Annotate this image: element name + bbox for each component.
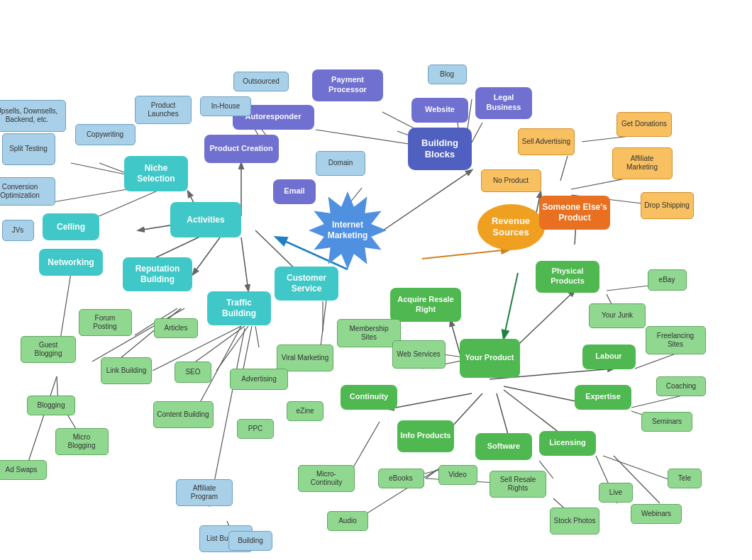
svg-line-37 [388,393,472,409]
concept-map: Internet MarketingActivitiesBuilding Blo… [0,11,752,542]
svg-line-1 [383,170,472,230]
node-link-building: Link Building [101,357,152,384]
node-celling: Celling [43,213,99,240]
node-networking: Networking [39,249,103,276]
node-copywriting: Copywriting [75,124,136,145]
node-ebooks: eBooks [378,469,424,488]
node-domain: Domain [316,151,365,176]
node-product-launches: Product Launches [135,96,192,124]
node-webinars: Webinars [631,504,682,524]
node-outsourced: Outsourced [233,72,289,91]
node-affiliate-program: Affiliate Program [176,479,233,506]
node-sell-resale-rights: Sell Resale Rights [490,471,546,498]
node-web-services: Web Services [392,340,446,369]
svg-line-42 [631,396,682,408]
node-ad-swaps: Ad Swaps [0,460,47,480]
node-website: Website [411,98,468,123]
node-ebay: eBay [648,269,687,291]
node-upsells: Upsells, Downsells, Backend, etc. [0,100,66,132]
svg-line-13 [193,237,220,274]
node-email: Email [273,179,316,204]
node-micro-continuity: Micro- Continuity [298,465,355,492]
page-title [0,0,752,7]
node-in-house: In-House [200,96,251,116]
node-internet-marketing: Internet Marketing [309,191,387,269]
node-legal-business: Legal Business [475,87,532,119]
node-blog: Blog [428,65,467,84]
node-physical-products: Physical Products [536,261,599,293]
node-blogging: Blogging [27,396,75,415]
node-content-building: Content Building [153,401,214,428]
svg-line-3 [504,273,518,338]
node-customer-service: Customer Service [275,267,338,301]
node-reputation-building: Reputation Building [123,257,192,291]
node-live: Live [599,483,633,503]
node-coaching: Coaching [656,376,706,396]
node-licensing: Licensing [539,431,596,456]
node-drop-shipping: Drop Shipping [641,192,694,219]
node-ppc: PPC [237,419,274,439]
node-continuity: Continuity [341,385,397,410]
node-sell-advertising: Sell Advertising [518,128,575,155]
node-expertise: Expertise [575,385,631,410]
svg-line-58 [216,326,248,371]
node-activities: Activities [170,202,241,237]
node-no-product: No Product [481,169,541,192]
node-guest-blogging: Guest Blogging [21,336,76,363]
node-tele: Tele [668,469,702,488]
node-info-products: Info Products [397,420,454,452]
svg-line-56 [255,326,259,347]
node-advertising: Advertising [230,369,288,390]
node-freelancing-sites: Freelancing Sites [646,326,706,354]
svg-line-14 [241,237,248,291]
node-affiliate-marketing: Affiliate Marketing [612,147,673,179]
node-seminars: Seminars [641,412,692,432]
node-articles: Articles [154,318,198,338]
svg-line-6 [560,156,568,181]
node-ezine: eZine [287,401,324,421]
node-split-testing: Split Testing [2,133,55,165]
node-niche-selection: Niche Selection [124,156,188,191]
node-video: Video [438,465,477,485]
svg-line-41 [635,353,678,369]
node-viral-marketing: Viral Marketing [277,345,333,371]
node-payment-processor: Payment Processor [312,69,383,101]
node-traffic-building: Traffic Building [207,291,271,325]
node-your-product: Your Product [460,339,520,378]
node-conversion-optimization: Conversion Optimization [0,177,55,206]
node-labour: Labour [582,345,636,369]
node-forum-posting: Forum Posting [79,309,132,336]
node-software: Software [475,433,532,460]
node-acquire-resale-right: Acquire Resale Right [390,288,461,322]
node-building: Building [228,531,272,551]
node-jvs: JVs [2,220,34,241]
node-your-junk: Your Junk [589,303,646,328]
node-membership-sites: Membership Sites [337,319,401,347]
node-someone-elses-product: Someone Else's Product [539,196,610,230]
node-seo: SEO [175,362,211,383]
node-product-creation: Product Creation [204,135,279,163]
node-building-blocks: Building Blocks [408,128,472,170]
node-revenue-sources: Revenue Sources [477,204,545,250]
svg-line-2 [422,250,509,259]
node-stock-photos: Stock Photos [550,508,599,534]
node-micro-blogging: Micro Blogging [55,428,109,455]
node-get-donations: Get Donations [616,112,672,137]
node-audio: Audio [327,511,368,531]
